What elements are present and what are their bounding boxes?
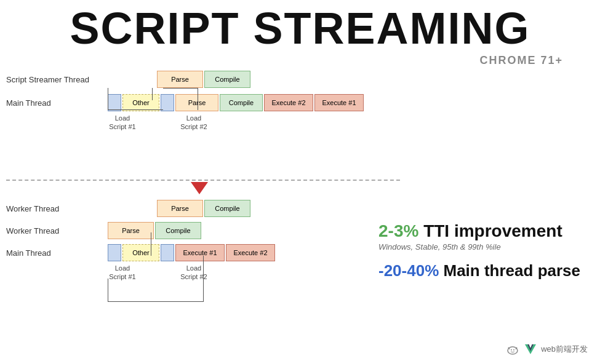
watermark-text: web前端开发 [541, 344, 588, 355]
small-box-bottom1 [108, 244, 121, 261]
compile-box-top1: Compile [204, 71, 250, 88]
svg-point-1 [511, 349, 512, 350]
parse-box-top1: Parse [157, 71, 203, 88]
tti-percent: 2-3% [378, 221, 418, 240]
execute1-box-bottom: Execute #1 [175, 244, 225, 261]
script-streamer-timeline: Parse Compile [157, 71, 250, 88]
parse-box-worker1: Parse [157, 200, 203, 217]
chrome-label: CHROME 71+ [479, 54, 563, 67]
arrow-down [191, 182, 208, 194]
main-thread-label-bottom: Main Thread [6, 248, 108, 258]
connector-v3-top [198, 88, 198, 110]
other-box-top: Other [122, 94, 159, 111]
load-script2-label-bottom: LoadScript #2 [179, 264, 209, 282]
other-box-bottom: Other [122, 244, 159, 261]
divider [6, 180, 400, 181]
main-thread-row-top: Main Thread Other Parse Compile Execute … [6, 94, 364, 111]
load-script1-label-top: LoadScript #1 [108, 114, 137, 132]
small-box-top2 [161, 94, 174, 111]
compile-box-main-top: Compile [220, 94, 263, 111]
bottom-sub-labels: LoadScript #1 LoadScript #2 [108, 264, 275, 282]
tti-stat: 2-3% TTI improvement [378, 221, 588, 241]
worker-thread-row2: Worker Thread Parse Compile [6, 222, 275, 239]
connector-h2-top [163, 88, 198, 89]
connector-h1-top [108, 109, 163, 110]
worker-thread-label1: Worker Thread [6, 204, 108, 213]
parse-percent: -20-40% [378, 261, 439, 280]
parse-box-worker2: Parse [108, 222, 154, 239]
load-script1-label-bottom: LoadScript #1 [108, 264, 137, 282]
main-thread-timeline-top: Other Parse Compile Execute #2 Execute #… [108, 94, 364, 111]
tti-subtitle: Windows, Stable, 95th & 99th %ile [378, 242, 588, 251]
bottom-section: Worker Thread Parse Compile Worker Threa… [6, 200, 275, 282]
small-box-bottom2 [161, 244, 174, 261]
connector-v1-top [108, 88, 108, 110]
small-box-top1 [108, 94, 121, 111]
compile-box-worker2: Compile [155, 222, 201, 239]
parse-stat: -20-40% Main thread parse [378, 261, 588, 280]
top-section: Script Streamer Thread Parse Compile Mai… [6, 71, 364, 132]
execute2-box-top: Execute #2 [264, 94, 313, 111]
execute1-box-top: Execute #1 [314, 94, 364, 111]
parse-box-main-top: Parse [175, 94, 218, 111]
stats-panel: 2-3% TTI improvement Windows, Stable, 95… [378, 221, 588, 280]
connector-v2-top [152, 88, 153, 100]
main-title: SCRIPT STREAMING [0, 0, 600, 50]
vue-logo [524, 343, 537, 355]
worker-thread-label2: Worker Thread [6, 226, 108, 235]
script-streamer-label: Script Streamer Thread [6, 75, 108, 84]
watermark: web前端开发 [505, 343, 588, 355]
worker-thread1-timeline: Parse Compile [157, 200, 250, 217]
svg-point-2 [513, 349, 514, 350]
parse-rest: Main thread parse [439, 261, 580, 280]
connector-v-bottom1 [108, 279, 108, 302]
script-streamer-row: Script Streamer Thread Parse Compile [6, 71, 364, 88]
connector-h-bottom1 [108, 301, 203, 302]
execute2-box-bottom: Execute #2 [226, 244, 275, 261]
worker-thread-row1: Worker Thread Parse Compile [6, 200, 275, 217]
load-script2-label-top: LoadScript #2 [179, 114, 209, 132]
top-sub-labels: LoadScript #1 LoadScript #2 [108, 114, 364, 132]
main-thread-row-bottom: Main Thread Other Execute #1 Execute #2 [6, 244, 275, 261]
cat-icon [505, 343, 520, 355]
tti-rest: TTI improvement [418, 221, 562, 240]
compile-box-worker1: Compile [204, 200, 250, 217]
connector-v-worker2 [151, 232, 151, 256]
connector-v-bottom2 [203, 256, 204, 302]
main-thread-label-top: Main Thread [6, 98, 108, 108]
worker-thread2-timeline: Parse Compile [108, 222, 201, 239]
main-thread-timeline-bottom: Other Execute #1 Execute #2 [108, 244, 275, 261]
